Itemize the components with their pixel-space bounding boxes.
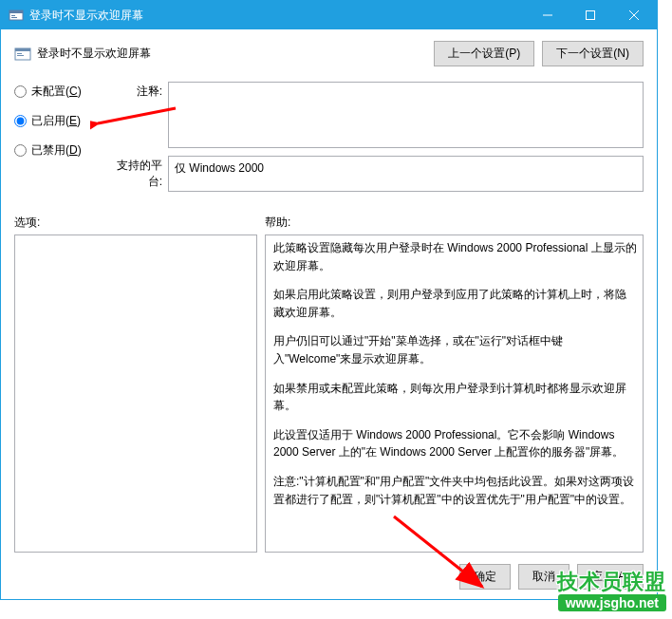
radio-disabled-input[interactable]: [14, 144, 27, 157]
pane-labels: 选项: 帮助:: [14, 215, 644, 231]
page-title: 登录时不显示欢迎屏幕: [37, 46, 151, 62]
help-paragraph: 如果启用此策略设置，则用户登录到应用了此策略的计算机上时，将隐藏欢迎屏幕。: [273, 286, 637, 321]
prev-setting-button[interactable]: 上一个设置(P): [434, 41, 534, 66]
next-setting-button[interactable]: 下一个设置(N): [542, 41, 644, 66]
svg-rect-5: [586, 11, 594, 20]
close-button[interactable]: [611, 1, 657, 29]
radio-enabled-label: 已启用(E): [31, 113, 81, 129]
help-paragraph: 注意:"计算机配置"和"用户配置"文件夹中均包括此设置。如果对这两项设置都进行了…: [273, 473, 637, 508]
platform-value: 仅 Windows 2000: [175, 161, 264, 175]
window-title: 登录时不显示欢迎屏幕: [29, 8, 526, 24]
minimize-button[interactable]: [526, 1, 569, 29]
dialog-content: 登录时不显示欢迎屏幕 上一个设置(P) 下一个设置(N) 未配置(C) 已启用(…: [1, 29, 657, 599]
svg-rect-2: [11, 15, 15, 16]
cancel-button[interactable]: 取消: [518, 564, 569, 590]
apply-button[interactable]: 应用(A): [577, 564, 644, 590]
svg-rect-11: [17, 55, 24, 56]
svg-rect-9: [15, 48, 30, 51]
help-paragraph: 用户仍旧可以通过"开始"菜单选择，或在"运行"对话框中键入"Welcome"来显…: [273, 332, 637, 367]
title-bar: 登录时不显示欢迎屏幕: [1, 1, 657, 29]
ok-button[interactable]: 确定: [459, 564, 511, 590]
comment-textarea[interactable]: [168, 82, 644, 148]
dialog-window: 登录时不显示欢迎屏幕: [0, 0, 658, 600]
help-paragraph: 如果禁用或未配置此策略，则每次用户登录到计算机时都将显示欢迎屏幕。: [273, 380, 637, 415]
radio-not-configured-label: 未配置(C): [31, 84, 82, 100]
radio-enabled[interactable]: 已启用(E): [14, 113, 113, 129]
radio-disabled-label: 已禁用(D): [31, 142, 82, 159]
maximize-button[interactable]: [569, 1, 611, 29]
comment-label: 注释:: [113, 82, 168, 148]
page-icon: [14, 46, 31, 63]
options-pane: [14, 234, 257, 553]
platform-box: 仅 Windows 2000: [168, 156, 644, 192]
options-label: 选项:: [14, 215, 265, 231]
svg-rect-3: [11, 17, 17, 18]
radio-not-configured-input[interactable]: [14, 85, 27, 98]
radio-group: 未配置(C) 已启用(E) 已禁用(D): [14, 82, 113, 199]
config-row: 未配置(C) 已启用(E) 已禁用(D) 注释: 支持的平台:: [14, 82, 644, 199]
radio-disabled[interactable]: 已禁用(D): [14, 142, 113, 159]
radio-not-configured[interactable]: 未配置(C): [14, 84, 113, 100]
help-paragraph: 此设置仅适用于 Windows 2000 Professional。它不会影响 …: [273, 426, 637, 461]
help-paragraph: 此策略设置隐藏每次用户登录时在 Windows 2000 Professiona…: [273, 239, 637, 274]
help-label: 帮助:: [265, 215, 290, 231]
radio-enabled-input[interactable]: [14, 115, 27, 127]
svg-rect-1: [9, 10, 23, 13]
title-bar-controls: [526, 1, 657, 29]
svg-rect-10: [17, 53, 22, 54]
help-pane[interactable]: 此策略设置隐藏每次用户登录时在 Windows 2000 Professiona…: [265, 234, 644, 553]
app-icon: [9, 8, 24, 23]
header-row: 登录时不显示欢迎屏幕 上一个设置(P) 下一个设置(N): [14, 41, 644, 66]
footer-buttons: 确定 取消 应用(A): [14, 564, 644, 590]
platform-label: 支持的平台:: [113, 156, 168, 192]
panes-row: 此策略设置隐藏每次用户登录时在 Windows 2000 Professiona…: [14, 234, 644, 553]
